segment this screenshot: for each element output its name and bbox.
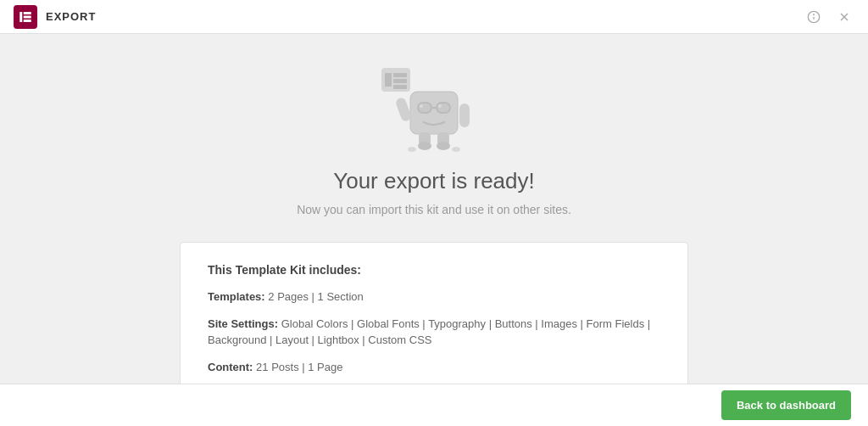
site-settings-label: Site Settings:	[208, 317, 278, 330]
svg-rect-1	[24, 12, 31, 14]
svg-rect-2	[24, 15, 31, 18]
export-illustration	[375, 59, 493, 153]
main-content: Your export is ready! Now you can import…	[0, 34, 868, 426]
svg-point-29	[452, 147, 460, 152]
header: EXPORT	[0, 0, 868, 34]
templates-row: Templates: 2 Pages | 1 Section	[208, 289, 660, 305]
info-box-heading: This Template Kit includes:	[208, 263, 660, 277]
site-settings-row: Site Settings: Global Colors | Global Fo…	[208, 316, 660, 349]
svg-point-27	[437, 142, 450, 150]
svg-point-20	[438, 104, 442, 108]
info-icon	[807, 10, 821, 24]
info-button[interactable]	[804, 7, 824, 27]
svg-rect-0	[19, 12, 22, 22]
svg-rect-12	[393, 79, 407, 83]
content-row: Content: 21 Posts | 1 Page	[208, 359, 660, 376]
svg-rect-11	[393, 73, 407, 77]
svg-rect-14	[410, 92, 458, 134]
svg-rect-13	[393, 85, 407, 89]
svg-rect-10	[385, 73, 392, 87]
info-box: This Template Kit includes: Templates: 2…	[180, 242, 688, 396]
templates-value: 2 Pages | 1 Section	[268, 290, 364, 303]
close-button[interactable]	[834, 7, 854, 27]
back-to-dashboard-button[interactable]: Back to dashboard	[721, 390, 851, 420]
svg-point-25	[418, 142, 431, 150]
header-title: EXPORT	[46, 10, 96, 23]
close-icon	[837, 10, 851, 24]
svg-point-28	[408, 147, 416, 152]
export-subtitle: Now you can import this kit and use it o…	[297, 203, 571, 216]
svg-rect-3	[24, 20, 31, 22]
footer: Back to dashboard	[0, 384, 868, 426]
content-label: Content:	[208, 361, 253, 373]
elementor-e-icon	[18, 9, 33, 25]
content-value: 21 Posts | 1 Page	[256, 361, 342, 373]
header-left: EXPORT	[14, 5, 96, 29]
header-right	[804, 7, 854, 27]
robot-svg	[375, 59, 493, 153]
elementor-logo-icon	[14, 5, 37, 29]
svg-rect-23	[459, 104, 470, 127]
templates-label: Templates:	[208, 290, 265, 303]
svg-point-17	[420, 104, 423, 108]
svg-rect-22	[395, 97, 413, 122]
export-title: Your export is ready!	[333, 168, 535, 194]
